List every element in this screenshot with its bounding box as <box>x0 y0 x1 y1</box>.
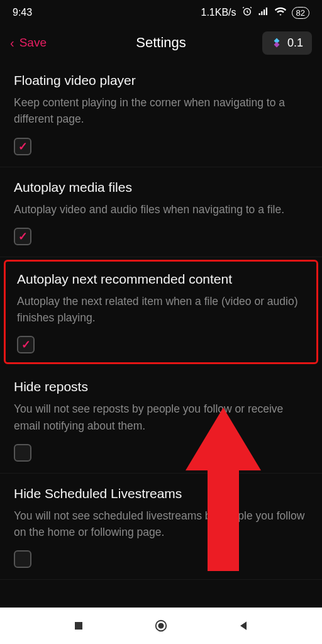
alarm-icon <box>242 6 253 19</box>
svg-rect-1 <box>258 13 260 15</box>
clock-time: 9:43 <box>13 7 32 18</box>
signal-icon <box>258 6 269 19</box>
phone-screen: 9:43 1.1KB/s 82 ‹ Save Settings 0.1 <box>0 0 322 644</box>
checkbox-hide-livestreams[interactable] <box>14 550 31 568</box>
nav-recents-button[interactable] <box>71 618 86 633</box>
setting-title: Autoplay next recommended content <box>17 272 305 287</box>
coin-value: 0.1 <box>287 36 303 50</box>
coin-icon <box>271 37 282 48</box>
app-header: ‹ Save Settings 0.1 <box>0 25 322 60</box>
battery-indicator: 82 <box>292 7 309 19</box>
nav-bar <box>0 608 322 644</box>
setting-description: Keep content playing in the corner when … <box>14 94 308 128</box>
nav-home-button[interactable] <box>153 618 169 633</box>
svg-point-7 <box>158 623 163 628</box>
checkbox-hide-reposts[interactable] <box>14 444 31 462</box>
setting-title: Autoplay media files <box>14 180 308 195</box>
check-icon: ✓ <box>21 338 31 352</box>
setting-floating-video[interactable]: Floating video player Keep content playi… <box>0 60 322 167</box>
wifi-icon <box>274 5 287 20</box>
setting-description: Autoplay the next related item when a fi… <box>17 293 305 326</box>
status-left: 9:43 <box>13 7 32 18</box>
chevron-left-icon: ‹ <box>10 36 14 50</box>
settings-list: Floating video player Keep content playi… <box>0 60 322 580</box>
setting-description: You will not see reposts by people you f… <box>14 401 308 434</box>
status-right: 1.1KB/s 82 <box>201 5 310 20</box>
setting-title: Floating video player <box>14 73 308 88</box>
network-speed: 1.1KB/s <box>201 7 236 18</box>
svg-rect-4 <box>265 8 267 15</box>
back-label: Save <box>19 36 47 50</box>
nav-back-button[interactable] <box>236 618 251 633</box>
page-title: Settings <box>136 35 186 51</box>
setting-description: Autoplay video and audio files when navi… <box>14 201 308 218</box>
status-bar: 9:43 1.1KB/s 82 <box>0 0 322 25</box>
coin-badge[interactable]: 0.1 <box>262 31 312 55</box>
svg-rect-2 <box>261 11 262 15</box>
check-icon: ✓ <box>18 140 28 153</box>
back-save-button[interactable]: ‹ Save <box>10 36 47 50</box>
setting-autoplay-media[interactable]: Autoplay media files Autoplay video and … <box>0 167 322 257</box>
checkbox-floating-video[interactable]: ✓ <box>14 138 31 155</box>
setting-hide-livestreams[interactable]: Hide Scheduled Livestreams You will not … <box>0 474 322 580</box>
checkbox-autoplay-media[interactable]: ✓ <box>14 228 31 245</box>
setting-autoplay-next[interactable]: Autoplay next recommended content Autopl… <box>4 260 318 365</box>
setting-title: Hide reposts <box>14 379 308 394</box>
check-icon: ✓ <box>18 230 28 243</box>
checkbox-autoplay-next[interactable]: ✓ <box>17 336 35 353</box>
svg-rect-3 <box>264 9 265 15</box>
svg-rect-5 <box>75 622 82 630</box>
setting-hide-reposts[interactable]: Hide reposts You will not see reposts by… <box>0 367 322 474</box>
setting-title: Hide Scheduled Livestreams <box>14 486 308 501</box>
setting-description: You will not see scheduled livestreams b… <box>14 508 308 541</box>
